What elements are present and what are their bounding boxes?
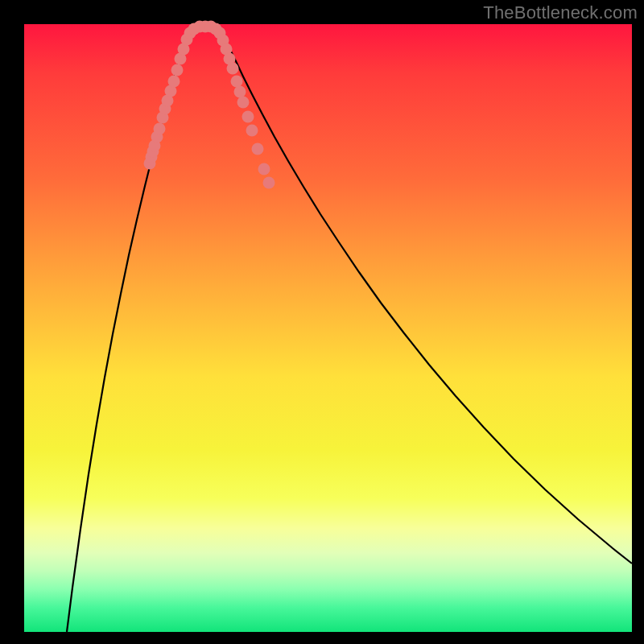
data-dot [231, 76, 243, 88]
chart-plot-area [24, 24, 632, 632]
data-dot [246, 125, 258, 137]
data-dot [154, 123, 166, 135]
data-dot [227, 63, 239, 75]
data-dot [258, 163, 270, 175]
data-dot [168, 76, 180, 88]
data-dot [242, 111, 254, 123]
data-dot [252, 143, 264, 155]
data-dot [263, 177, 275, 189]
data-dots-group [144, 21, 275, 189]
curve-group [67, 27, 632, 632]
data-dot [171, 64, 184, 76]
watermark-text: TheBottleneck.com [483, 2, 638, 23]
data-dot [237, 97, 250, 109]
left-curve-path [67, 27, 196, 632]
data-dot [234, 86, 246, 98]
right-curve-path [215, 27, 632, 564]
chart-svg [24, 24, 632, 632]
